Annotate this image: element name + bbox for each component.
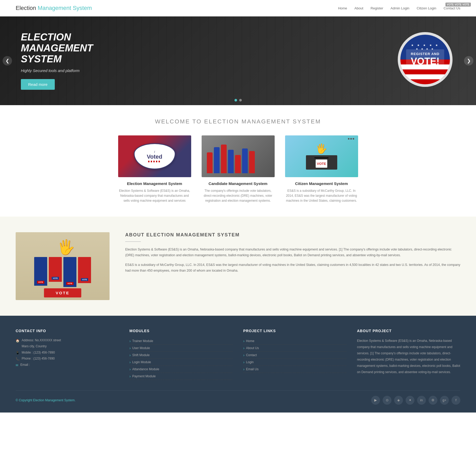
vote-big-label: VOTE xyxy=(44,288,81,297)
footer-about-project-heading: ABOUT PROJECT xyxy=(357,329,460,333)
link-about[interactable]: About Us xyxy=(243,345,347,352)
footer-contact-heading: CONTACT INFO xyxy=(16,329,119,333)
module-payment[interactable]: Payment Module xyxy=(129,373,233,380)
social-youtube[interactable]: ▶ xyxy=(371,396,380,405)
footer-email: ✉ Email : xyxy=(16,362,119,368)
social-icons: ▶ ⊙ ◈ ✦ in ⚙ g+ f xyxy=(371,396,460,405)
link-email[interactable]: Email Us xyxy=(243,366,347,373)
email-icon: ✉ xyxy=(16,363,18,368)
badge-vote-text: VOTE! xyxy=(411,56,439,67)
nav-register[interactable]: Register xyxy=(371,6,383,10)
card-candidate-title: Candidate Management System xyxy=(202,181,275,186)
cards-container: I Voted Election Management System Elect… xyxy=(16,135,460,204)
social-google-plus[interactable]: g+ xyxy=(440,396,449,405)
module-shift[interactable]: Shift Module xyxy=(129,352,233,359)
nav-links: Home About Register Admin Login Citizen … xyxy=(338,6,460,10)
footer-about-project-col: ABOUT PROJECT Election Systems & Softwar… xyxy=(357,329,460,380)
mobile-icon: 📱 xyxy=(16,350,20,356)
module-user[interactable]: User Module xyxy=(129,345,233,352)
welcome-heading: WELCOME TO ELECTION MANAGEMENT SYSTEM xyxy=(16,118,460,125)
footer-about-project-text: Election Systems & Software (ES&S) is an… xyxy=(357,338,460,375)
nav-home[interactable]: Home xyxy=(338,6,347,10)
navbar: Election Management System Home About Re… xyxy=(0,0,476,16)
social-skype[interactable]: ◈ xyxy=(394,396,403,405)
footer-grid: CONTACT INFO 🏠 Address: No.XXXXXX street… xyxy=(16,329,460,380)
footer-modules-col: MODULES Trainer Module User Module Shift… xyxy=(129,329,233,380)
footer-phone: 📞 Phone : (123) 456-7890 xyxy=(16,356,119,362)
hero-text: ELECTION MANAGEMENT SYSTEM Highly Secure… xyxy=(21,32,93,89)
about-image-container: 🖐 VOTE VOTE VOTE VOTE xyxy=(16,232,110,300)
hero-title: ELECTION MANAGEMENT SYSTEM xyxy=(21,32,93,64)
nav-contact[interactable]: Contact Us xyxy=(444,6,460,10)
footer-city: 🏠 Mars city, Country xyxy=(16,344,119,350)
module-trainer[interactable]: Trainer Module xyxy=(129,338,233,345)
social-linkedin[interactable]: in xyxy=(417,396,426,405)
link-contact[interactable]: Contact xyxy=(243,352,347,359)
welcome-section: WELCOME TO ELECTION MANAGEMENT SYSTEM I … xyxy=(0,105,476,217)
footer-bottom: © Copyright Election Management System. … xyxy=(16,390,460,405)
footer: CONTACT INFO 🏠 Address: No.XXXXXX street… xyxy=(0,316,476,413)
nav-about[interactable]: About xyxy=(354,6,363,10)
logo-prefix: Election xyxy=(16,5,38,11)
hero-dot-1[interactable] xyxy=(234,99,237,101)
card-election-title: Election Management System xyxy=(118,181,191,186)
card-citizen-image: 🖐 VOTE xyxy=(285,135,358,177)
social-facebook[interactable]: f xyxy=(451,396,460,405)
module-attendance[interactable]: Attandance Module xyxy=(129,366,233,373)
nav-admin-login[interactable]: Admin Login xyxy=(390,6,409,10)
about-image-inner: 🖐 VOTE VOTE VOTE VOTE xyxy=(16,232,110,300)
hero-badge: ★ ★ ★ ★ ★ ★ ★ ★ ★ REGISTER AND VOTE! xyxy=(398,32,455,89)
nav-citizen-login[interactable]: Citizen Login xyxy=(417,6,436,10)
social-twitter[interactable]: ✦ xyxy=(406,396,414,405)
footer-address: 🏠 Address: No.XXXXXX street xyxy=(16,338,119,344)
card-election-image: I Voted xyxy=(118,135,191,177)
card-candidate-desc: The company's offerings include vote tab… xyxy=(202,188,275,204)
footer-contact-col: CONTACT INFO 🏠 Address: No.XXXXXX street… xyxy=(16,329,119,380)
link-home[interactable]: Home xyxy=(243,338,347,345)
card-election: I Voted Election Management System Elect… xyxy=(118,135,191,204)
about-image: 🖐 VOTE VOTE VOTE VOTE xyxy=(16,232,110,300)
badge-register-text: REGISTER AND xyxy=(411,52,439,56)
hero-dot-2[interactable] xyxy=(239,99,242,101)
footer-project-links-col: PROJECT LINKS Home About Us Contact Logi… xyxy=(243,329,347,380)
copyright-text: © Copyright Election Management System. xyxy=(16,398,76,402)
hero-dots xyxy=(234,99,242,101)
logo-suffix: Management System xyxy=(38,5,92,11)
card-candidate-image: VOTE VOTE VOTE xyxy=(202,135,275,177)
footer-project-links-heading: PROJECT LINKS xyxy=(243,329,347,333)
footer-modules-heading: MODULES xyxy=(129,329,233,333)
about-text: ABOUT ELECTION MANAGEMENT SYSTEM Electio… xyxy=(125,232,460,277)
about-divider xyxy=(125,241,141,242)
hero-read-more-button[interactable]: Read more xyxy=(21,79,55,90)
hero-content: ELECTION MANAGEMENT SYSTEM Highly Secure… xyxy=(0,19,476,103)
module-login[interactable]: Login Module xyxy=(129,359,233,366)
card-citizen: 🖐 VOTE Citizen Management System ES&S is… xyxy=(285,135,358,204)
hero-section: ❮ ELECTION MANAGEMENT SYSTEM Highly Secu… xyxy=(0,16,476,105)
hero-subtitle: Highly Secured tools and platform xyxy=(21,68,93,73)
phone-icon: 📞 xyxy=(16,356,20,362)
card-citizen-title: Citizen Management System xyxy=(285,181,358,186)
about-para1: Election Systems & Software (ES&S) is an… xyxy=(125,247,460,258)
about-para2: ES&S is a subsidiary of McCarthy Group, … xyxy=(125,262,460,274)
footer-mobile: 📱 Mobile : (123) 456-7890 xyxy=(16,350,119,356)
card-candidate: VOTE VOTE VOTE Candidate Management Syst… xyxy=(202,135,275,204)
social-github[interactable]: ⊙ xyxy=(383,396,391,405)
card-election-desc: Election Systems & Software (ES&S) is an… xyxy=(118,188,191,204)
hero-prev-arrow[interactable]: ❮ xyxy=(3,56,12,65)
about-section: 🖐 VOTE VOTE VOTE VOTE xyxy=(0,217,476,316)
link-login[interactable]: Login xyxy=(243,359,347,366)
home-icon: 🏠 xyxy=(16,338,20,344)
nav-logo: Election Management System xyxy=(16,5,92,11)
card-citizen-desc: ES&S is a subsidiary of McCarthy Group, … xyxy=(285,188,358,204)
hero-next-arrow[interactable]: ❯ xyxy=(464,56,473,65)
about-heading: ABOUT ELECTION MANAGEMENT SYSTEM xyxy=(125,232,460,238)
social-settings[interactable]: ⚙ xyxy=(429,396,437,405)
